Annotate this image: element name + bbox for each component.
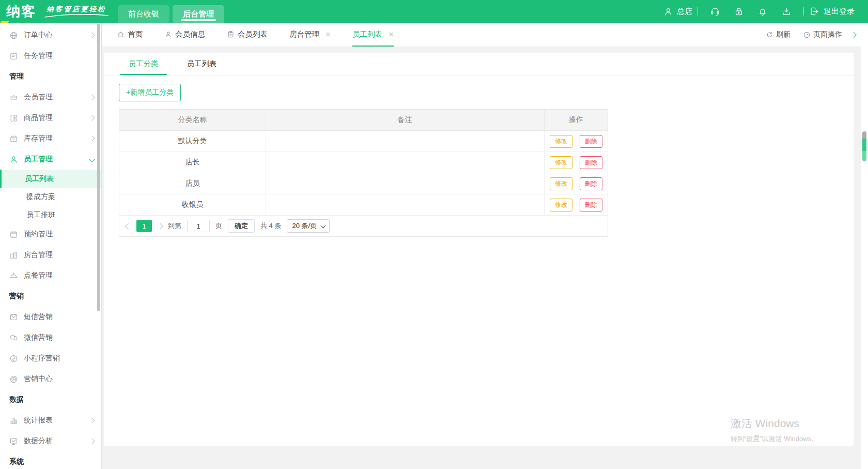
staff-person-icon [9, 155, 18, 164]
tab-staff-list[interactable]: 员工列表 × [352, 23, 394, 47]
actions-cell: 修改 删除 [544, 152, 608, 173]
category-name-cell: 收银员 [119, 194, 266, 216]
content-tabs: 员工分类 员工列表 [104, 53, 854, 75]
tab-staff-category[interactable]: 员工分类 [120, 53, 167, 75]
page-scrollbar-thumb[interactable] [862, 131, 866, 161]
page-number-input[interactable] [187, 220, 210, 232]
sidebar-item-commission-plan[interactable]: 提成方案 [0, 188, 101, 206]
tab-member-list[interactable]: 会员列表 [227, 23, 268, 47]
sidebar-item-miniprogram-marketing[interactable]: 小程序营销 [0, 348, 101, 369]
nav-tab-frontdesk[interactable]: 前台收银 [118, 5, 169, 23]
sidebar-item-order-center[interactable]: 订单中心 [0, 25, 101, 46]
tab-home[interactable]: 首页 [117, 23, 143, 47]
refresh-icon [766, 31, 773, 39]
edit-button[interactable]: 修改 [550, 199, 572, 211]
nav-tab-backoffice[interactable]: 后台管理 [173, 5, 224, 23]
staff-category-table: 分类名称 备注 操作 默认分类 修改 删除 [119, 110, 608, 216]
envelope-icon [9, 313, 18, 322]
page-scrollbar[interactable] [861, 23, 868, 469]
confirm-page-button[interactable]: 确定 [228, 219, 255, 233]
sidebar-item-task-management[interactable]: 任务管理 [0, 46, 101, 66]
sidebar-item-goods-management[interactable]: 商品管理 [0, 108, 101, 128]
lock-icon[interactable] [734, 6, 744, 17]
sidebar-item-staff-list[interactable]: 员工列表 [0, 170, 101, 188]
crown-icon [9, 93, 18, 102]
chevron-right-icon [89, 417, 95, 423]
delete-button[interactable]: 删除 [580, 177, 602, 190]
edit-button[interactable]: 修改 [550, 135, 572, 148]
delete-button[interactable]: 删除 [580, 156, 602, 169]
edit-button[interactable]: 修改 [550, 177, 572, 190]
sidebar-item-reservation-management[interactable]: 预约管理 [0, 224, 101, 245]
tab-staff-list-inner[interactable]: 员工列表 [178, 53, 225, 75]
store-name: 总店 [677, 7, 692, 17]
sidebar-section-system: 系统 [0, 451, 101, 469]
sidebar-item-member-management[interactable]: 会员管理 [0, 87, 101, 108]
store-switcher[interactable]: 总店 [663, 7, 692, 17]
chevron-right-icon[interactable] [850, 32, 856, 37]
table-row: 收银员 修改 删除 [119, 194, 608, 216]
refresh-button[interactable]: 刷新 [766, 30, 791, 39]
header-nav: 前台收银 后台管理 [118, 5, 227, 23]
tabbar-actions: 刷新 页面操作 [766, 23, 868, 47]
tab-room-management[interactable]: 房台管理 × [289, 23, 331, 47]
sidebar-item-inventory-management[interactable]: 库存管理 [0, 128, 101, 149]
chevron-right-icon [89, 115, 95, 120]
sidebar-item-wechat-marketing[interactable]: 微信营销 [0, 327, 101, 348]
chevron-down-icon [321, 223, 326, 229]
header-divider [698, 7, 698, 16]
headset-support-icon[interactable] [710, 6, 720, 17]
home-icon [117, 31, 125, 38]
inventory-box-icon [9, 134, 18, 143]
table-header-row: 分类名称 备注 操作 [119, 110, 608, 131]
add-staff-category-button[interactable]: +新增员工分类 [119, 84, 181, 101]
tab-member-info[interactable]: 会员信息 [164, 23, 205, 47]
sidebar-item-sms-marketing[interactable]: 短信营销 [0, 307, 101, 327]
delete-button[interactable]: 删除 [580, 199, 602, 211]
task-icon [9, 52, 18, 60]
download-icon[interactable] [781, 6, 792, 17]
sidebar-section-management: 管理 [0, 66, 101, 87]
sidebar: 订单中心 任务管理 管理 会员管理 商品管理 库存管理 员工管理 [0, 23, 102, 469]
miniprogram-icon [9, 354, 18, 363]
logo-tagline: 纳客管店更轻松 [43, 5, 110, 18]
sidebar-item-room-management[interactable]: 房台管理 [0, 245, 101, 265]
pagination: 1 到第 页 确定 共 4 条 20 条/页 [119, 216, 608, 236]
sidebar-item-marketing-center[interactable]: 营销中心 [0, 369, 101, 389]
notification-bell-icon[interactable] [757, 6, 768, 17]
member-icon [164, 31, 172, 38]
next-page-button[interactable] [157, 223, 163, 230]
sidebar-scrollbar-thumb[interactable] [97, 24, 100, 311]
gauge-icon [803, 31, 811, 39]
delete-button[interactable]: 删除 [580, 135, 602, 148]
close-tab-icon[interactable]: × [326, 30, 331, 39]
current-page-button[interactable]: 1 [136, 220, 152, 232]
app-header: 纳客 纳客管店更轻松 前台收银 后台管理 总店 退出登录 [0, 0, 868, 23]
sidebar-item-statistics-reports[interactable]: 统计报表 [0, 410, 101, 431]
page-size-select[interactable]: 20 条/页 [287, 219, 330, 233]
close-tab-icon[interactable]: × [389, 30, 394, 39]
header-right: 总店 退出登录 [663, 6, 868, 17]
app-window: 纳客 纳客管店更轻松 前台收银 后台管理 总店 退出登录 [0, 0, 868, 469]
sidebar-item-staff-management[interactable]: 员工管理 [0, 149, 101, 170]
chevron-right-icon [89, 135, 95, 141]
goods-icon [9, 114, 18, 123]
sidebar-item-dining-management[interactable]: 点餐管理 [0, 265, 101, 286]
logout-button[interactable]: 退出登录 [809, 6, 855, 17]
sidebar-item-data-analysis[interactable]: 数据分析 [0, 431, 101, 451]
main-content: 员工分类 员工列表 +新增员工分类 分类名称 备注 操作 [102, 47, 861, 469]
sidebar-item-staff-scheduling[interactable]: 员工排班 [0, 206, 101, 224]
actions-cell: 修改 删除 [544, 131, 608, 152]
table-row: 店长 修改 删除 [119, 152, 608, 173]
chevron-right-icon [89, 94, 95, 100]
edit-button[interactable]: 修改 [550, 156, 572, 169]
category-name-cell: 默认分类 [119, 131, 266, 152]
goto-page-suffix: 页 [215, 221, 222, 231]
category-name-cell: 店员 [119, 173, 266, 194]
column-header-name: 分类名称 [119, 110, 266, 131]
page-operations-button[interactable]: 页面操作 [803, 30, 842, 39]
category-name-cell: 店长 [119, 152, 266, 173]
note-cell [266, 131, 545, 152]
user-icon [663, 7, 673, 17]
prev-page-button[interactable] [125, 223, 132, 230]
